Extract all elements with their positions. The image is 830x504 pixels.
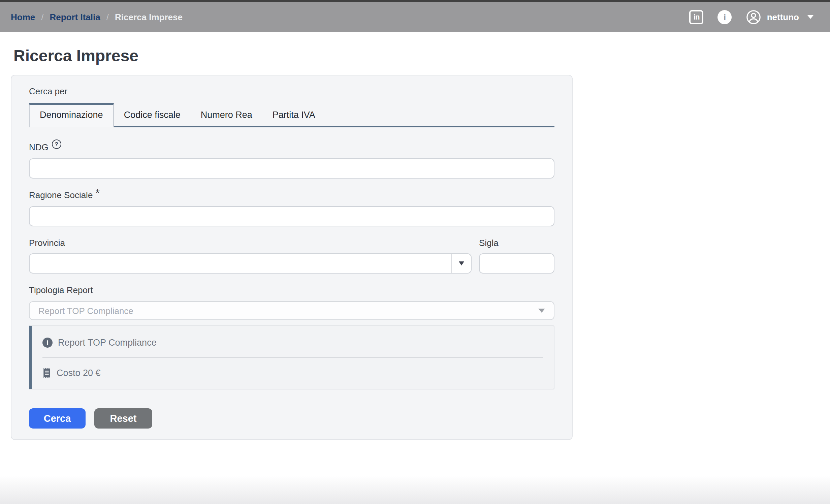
- caret-down-icon: [538, 309, 545, 313]
- tipologia-report-selected-value: Report TOP Compliance: [38, 306, 133, 316]
- provincia-label: Provincia: [29, 238, 65, 248]
- sigla-input[interactable]: [479, 253, 554, 274]
- reset-button[interactable]: Reset: [94, 408, 152, 429]
- provincia-sigla-row: Provincia Sigla: [29, 237, 554, 274]
- report-info-panel: i Report TOP Compliance Costo 20 €: [29, 325, 554, 389]
- tipologia-report-select[interactable]: Report TOP Compliance: [29, 301, 554, 320]
- user-avatar-icon: [746, 9, 762, 25]
- chevron-down-icon: [807, 15, 814, 19]
- ragione-sociale-input[interactable]: [29, 206, 554, 226]
- user-menu[interactable]: nettuno: [746, 9, 814, 25]
- bottom-fade: [0, 476, 830, 504]
- form-actions: Cerca Reset: [29, 408, 554, 429]
- report-name-row: i Report TOP Compliance: [42, 338, 543, 348]
- search-type-tabs: Denominazione Codice fiscale Numero Rea …: [29, 103, 554, 127]
- app-viewport: Home / Report Italia / Ricerca Imprese i…: [0, 0, 830, 504]
- breadcrumb-report-italia[interactable]: Report Italia: [50, 12, 100, 22]
- ragione-sociale-label: Ragione Sociale: [29, 190, 93, 200]
- provincia-combobox[interactable]: [29, 253, 472, 274]
- breadcrumb-home[interactable]: Home: [11, 12, 35, 22]
- breadcrumb-current: Ricerca Imprese: [115, 12, 183, 22]
- provincia-field: Provincia: [29, 237, 472, 274]
- header-actions: in i nettuno: [690, 9, 814, 25]
- required-asterisk: *: [95, 187, 99, 199]
- linkedin-icon[interactable]: in: [690, 10, 704, 24]
- breadcrumb-separator: /: [41, 12, 43, 22]
- ndg-field: NDG?: [29, 139, 554, 179]
- tab-denominazione[interactable]: Denominazione: [29, 103, 114, 127]
- report-cost-row: Costo 20 €: [42, 367, 543, 379]
- tipologia-report-field: Tipologia Report Report TOP Compliance: [29, 284, 554, 320]
- sigla-label: Sigla: [479, 238, 499, 248]
- search-button[interactable]: Cerca: [29, 408, 86, 429]
- info-circle-icon: i: [42, 338, 53, 348]
- info-panel-divider: [42, 357, 543, 358]
- tipologia-report-label: Tipologia Report: [29, 285, 93, 295]
- ndg-input[interactable]: [29, 158, 554, 179]
- report-name-text: Report TOP Compliance: [58, 338, 157, 348]
- search-form-card: Cerca per Denominazione Codice fiscale N…: [11, 75, 573, 440]
- report-cost-text: Costo 20 €: [57, 368, 101, 378]
- ndg-label: NDG: [29, 142, 49, 152]
- tab-partita-iva[interactable]: Partita IVA: [262, 105, 325, 126]
- info-icon[interactable]: i: [718, 10, 732, 24]
- tab-codice-fiscale[interactable]: Codice fiscale: [114, 105, 191, 126]
- app-header: Home / Report Italia / Ricerca Imprese i…: [0, 2, 830, 32]
- receipt-icon: [42, 367, 51, 379]
- help-icon[interactable]: ?: [52, 139, 61, 149]
- provincia-input[interactable]: [30, 254, 451, 273]
- tab-numero-rea[interactable]: Numero Rea: [191, 105, 262, 126]
- ragione-sociale-field: Ragione Sociale*: [29, 189, 554, 226]
- breadcrumb-separator: /: [106, 12, 109, 22]
- breadcrumb: Home / Report Italia / Ricerca Imprese: [11, 12, 183, 22]
- sigla-field: Sigla: [479, 237, 554, 274]
- user-name: nettuno: [767, 12, 799, 22]
- provincia-dropdown-button[interactable]: [452, 254, 471, 273]
- caret-down-icon: [459, 261, 464, 265]
- search-by-label: Cerca per: [29, 86, 554, 96]
- page-title: Ricerca Imprese: [13, 46, 830, 65]
